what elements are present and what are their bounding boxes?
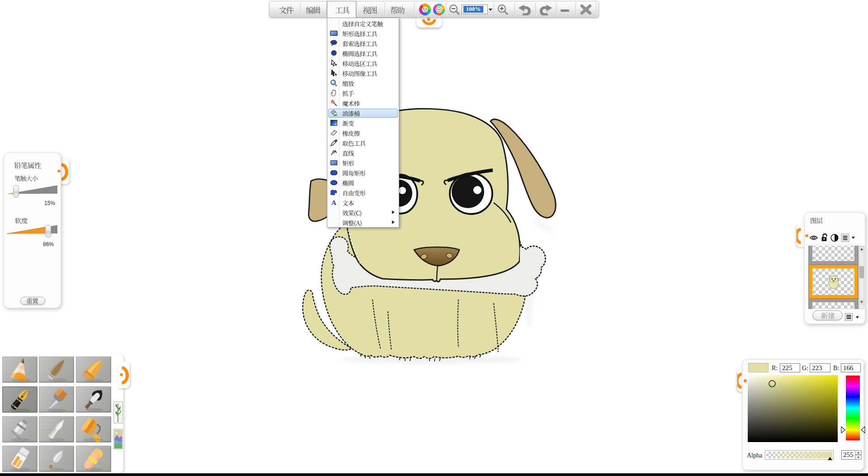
svg-text:A: A	[331, 199, 336, 206]
